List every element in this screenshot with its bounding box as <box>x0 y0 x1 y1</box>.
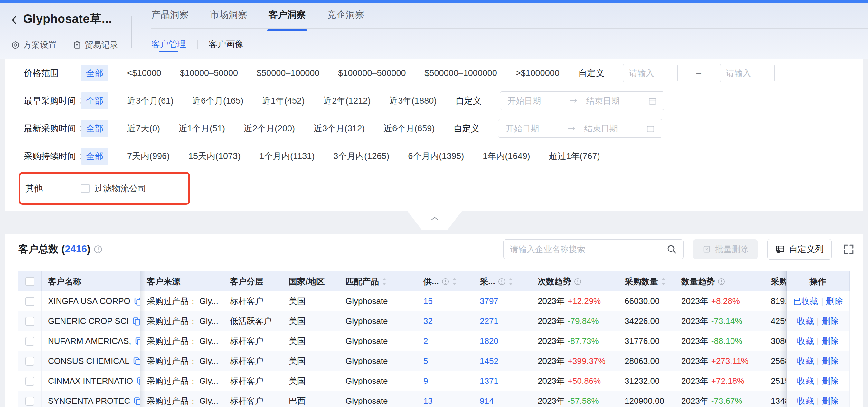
delete-button[interactable]: 删除 <box>822 355 839 367</box>
favorite-button[interactable]: 已收藏 <box>793 295 818 307</box>
company-search-input[interactable]: 请输入企业名称搜索 <box>503 239 684 259</box>
date-range-input[interactable]: 开始日期结束日期 <box>500 91 664 110</box>
tab-4[interactable]: 竞企洞察 <box>327 8 365 30</box>
favorite-button[interactable]: 收藏 <box>797 336 814 347</box>
country-text: 巴西 <box>289 396 306 407</box>
tab-2[interactable]: 市场洞察 <box>210 8 247 30</box>
copy-icon[interactable] <box>132 316 141 326</box>
filter-option[interactable]: $500000–1000000 <box>425 68 497 78</box>
batch-delete-button[interactable]: 批量删除 <box>693 239 757 259</box>
favorite-button[interactable]: 收藏 <box>797 355 814 367</box>
row-checkbox[interactable] <box>25 337 34 346</box>
custom-min-input[interactable]: 请输入 <box>623 64 678 83</box>
filter-option[interactable]: 全部 <box>81 120 108 137</box>
column-header: 匹配产品 <box>339 272 417 291</box>
search-icon[interactable] <box>666 244 677 254</box>
filter-option[interactable]: 近6个月(659) <box>383 123 435 134</box>
date-range-input[interactable]: 开始日期结束日期 <box>498 119 662 138</box>
filter-option[interactable]: >$1000000 <box>516 68 560 78</box>
filter-option[interactable]: 近3年(1880) <box>389 95 437 106</box>
row-checkbox[interactable] <box>25 397 34 406</box>
purchases-count-link-cell: 914 <box>473 391 531 407</box>
purchases-count-link[interactable]: 2271 <box>480 316 498 326</box>
filter-custom-label[interactable]: 自定义 <box>453 123 479 134</box>
purchases-count-link[interactable]: 914 <box>480 396 494 406</box>
filter-option[interactable]: 15天内(1073) <box>188 150 241 162</box>
row-checkbox[interactable] <box>25 357 34 366</box>
filter-option[interactable]: 超过1年(767) <box>549 150 600 162</box>
suppliers-count-link[interactable]: 5 <box>423 356 428 366</box>
delete-button[interactable]: 删除 <box>826 295 843 307</box>
filter-option[interactable]: 近1年(452) <box>262 95 305 106</box>
filter-option[interactable]: 1年内(1649) <box>483 150 530 162</box>
filter-option[interactable]: 近2年(1212) <box>323 95 371 106</box>
favorite-button[interactable]: 收藏 <box>797 316 814 327</box>
filter-option[interactable]: 全部 <box>81 148 108 164</box>
filter-option[interactable]: <$10000 <box>127 68 161 78</box>
purchases-count-link[interactable]: 3797 <box>480 296 498 306</box>
copy-icon[interactable] <box>134 337 141 346</box>
favorite-button[interactable]: 收藏 <box>797 396 814 407</box>
copy-icon[interactable] <box>132 356 141 366</box>
filter-option[interactable]: 近3个月(61) <box>127 95 174 106</box>
purchases-count-link[interactable]: 1820 <box>480 336 498 346</box>
copy-icon[interactable] <box>136 376 141 386</box>
filter-option[interactable]: 6个月内(1395) <box>408 150 464 162</box>
custom-max-input[interactable]: 请输入 <box>720 64 775 83</box>
filter-option[interactable]: 3个月内(1265) <box>333 150 389 162</box>
header-tool-trade-records[interactable]: 贸易记录 <box>73 39 118 51</box>
filter-option[interactable]: 近3个月(312) <box>314 123 365 134</box>
actions-cell: 收藏|删除 <box>786 331 850 351</box>
row-checkbox[interactable] <box>25 377 34 386</box>
filter-option[interactable]: $10000–50000 <box>180 68 238 78</box>
fullscreen-icon[interactable] <box>843 244 854 255</box>
trend-year: 2023年 <box>538 396 565 407</box>
collapse-filter-button[interactable] <box>407 211 462 230</box>
filter-option[interactable]: 1个月内(1131) <box>259 150 315 162</box>
back-button[interactable] <box>10 14 19 26</box>
filter-custom-label[interactable]: 自定义 <box>578 67 604 79</box>
sort-icon[interactable] <box>452 277 457 286</box>
favorite-button[interactable]: 收藏 <box>797 375 814 387</box>
filter-option[interactable]: 近2个月(200) <box>244 123 295 134</box>
row-checkbox[interactable] <box>25 297 34 306</box>
trend-percent: +12.29% <box>568 296 601 306</box>
purchases-count-link[interactable]: 1452 <box>480 356 498 366</box>
subtab-2[interactable]: 客户画像 <box>209 37 243 51</box>
suppliers-count-link[interactable]: 2 <box>423 336 428 346</box>
sort-icon[interactable] <box>661 277 666 286</box>
header-tool-scheme-settings[interactable]: 方案设置 <box>11 39 57 51</box>
sort-icon[interactable] <box>382 277 387 286</box>
filter-option[interactable]: 近7天(0) <box>127 123 160 134</box>
select-all-checkbox[interactable] <box>25 277 34 286</box>
tab-3[interactable]: 客户洞察 <box>269 8 306 30</box>
filter-option[interactable]: 全部 <box>81 65 108 82</box>
filter-option[interactable]: $50000–100000 <box>257 68 319 78</box>
delete-button[interactable]: 删除 <box>822 375 839 387</box>
filter-option[interactable]: 近6个月(165) <box>192 95 243 106</box>
filter-option[interactable]: $100000–500000 <box>338 68 406 78</box>
filter-logistics-checkbox[interactable] <box>81 184 90 193</box>
purchases-count-link[interactable]: 1371 <box>480 376 498 386</box>
custom-columns-button[interactable]: 自定义列 <box>767 239 832 259</box>
tab-1[interactable]: 产品洞察 <box>151 8 189 30</box>
row-checkbox[interactable] <box>25 317 34 326</box>
suppliers-count-link[interactable]: 16 <box>423 296 433 306</box>
filter-option[interactable]: 7天内(996) <box>127 150 170 162</box>
sort-icon[interactable] <box>508 277 513 286</box>
delete-button[interactable]: 删除 <box>822 336 839 347</box>
suppliers-count-link[interactable]: 13 <box>423 396 433 406</box>
suppliers-count-link[interactable]: 32 <box>423 316 433 326</box>
filter-custom-label[interactable]: 自定义 <box>455 95 481 106</box>
copy-icon[interactable] <box>133 296 141 306</box>
filter-option[interactable]: 近1个月(51) <box>179 123 225 134</box>
delete-button[interactable]: 删除 <box>822 396 839 407</box>
copy-icon[interactable] <box>133 396 141 406</box>
filter-option[interactable]: 全部 <box>81 92 108 109</box>
filter-logistics-checkbox-label[interactable]: 过滤物流公司 <box>94 183 147 194</box>
main-tabs: 产品洞察市场洞察客户洞察竞企洞察 <box>151 8 365 30</box>
subtab-1[interactable]: 客户管理 <box>151 37 186 51</box>
delete-button[interactable]: 删除 <box>822 316 839 327</box>
customer-name: XINGFA USA CORPO <box>48 296 130 306</box>
suppliers-count-link[interactable]: 9 <box>423 376 428 386</box>
